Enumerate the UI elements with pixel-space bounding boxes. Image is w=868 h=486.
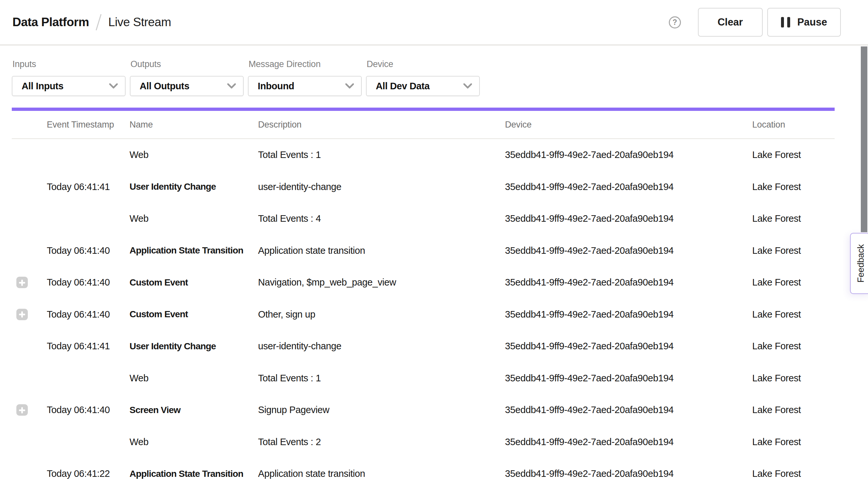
cell-device: 35eddb41-9ff9-49e2-7aed-20afa90eb194 [505, 341, 752, 352]
table-row[interactable]: Today 06:41:40 Custom Event Navigation, … [12, 267, 835, 299]
cell-location: Lake Forest [752, 213, 835, 224]
clear-button[interactable]: Clear [698, 8, 763, 37]
cell-description: Total Events : 1 [258, 373, 505, 384]
col-event-timestamp: Event Timestamp [47, 120, 129, 130]
help-icon[interactable]: ? [669, 17, 681, 28]
expand-button plus-icon[interactable] [17, 404, 28, 416]
chevron-down-icon [227, 83, 236, 89]
filter-outputs: Outputs All Outputs [130, 59, 244, 96]
expand-button plus-icon[interactable] [17, 277, 28, 288]
col-device: Device [505, 120, 752, 130]
cell-location: Lake Forest [752, 436, 835, 447]
table-row[interactable]: Today 06:41:22 Application State Transit… [12, 458, 835, 486]
cell-name: Custom Event [129, 277, 258, 288]
table-row[interactable]: Today 06:41:40 Custom Event Other, sign … [12, 299, 835, 331]
live-stream-progress-bar [12, 108, 835, 111]
cell-timestamp: Today 06:41:22 [47, 468, 129, 479]
table-header-row: Event Timestamp Name Description Device … [12, 111, 835, 139]
table-row[interactable]: Today 06:41:41 User Identity Change user… [12, 330, 835, 362]
table-row[interactable]: Web Total Events : 1 35eddb41-9ff9-49e2-… [12, 139, 835, 171]
pause-icon [781, 17, 790, 28]
cell-description: Other, sign up [258, 309, 505, 320]
filter-label: Message Direction [248, 59, 362, 69]
cell-description: Application state transition [258, 245, 505, 256]
cell-location: Lake Forest [752, 468, 835, 479]
table-row[interactable]: Web Total Events : 1 35eddb41-9ff9-49e2-… [12, 362, 835, 394]
cell-description: user-identity-change [258, 182, 505, 192]
table-row[interactable]: Today 06:41:40 Screen View Signup Pagevi… [12, 394, 835, 426]
filter-inputs: Inputs All Inputs [12, 59, 126, 96]
app-header: Data Platform Live Stream ? Clear Pause [0, 0, 868, 45]
table-body: Web Total Events : 1 35eddb41-9ff9-49e2-… [12, 139, 835, 486]
message-direction-select-value: Inbound [258, 81, 294, 92]
cell-device: 35eddb41-9ff9-49e2-7aed-20afa90eb194 [505, 436, 752, 447]
cell-device: 35eddb41-9ff9-49e2-7aed-20afa90eb194 [505, 149, 752, 160]
message-direction-select[interactable]: Inbound [248, 76, 362, 96]
table-row[interactable]: Today 06:41:40 Application State Transit… [12, 235, 835, 267]
chevron-down-icon [463, 83, 472, 89]
cell-device: 35eddb41-9ff9-49e2-7aed-20afa90eb194 [505, 277, 752, 288]
chevron-down-icon [109, 83, 118, 89]
device-select[interactable]: All Dev Data [366, 76, 480, 96]
cell-name: Application State Transition [129, 245, 258, 256]
cell-timestamp: Today 06:41:40 [47, 277, 129, 288]
cell-device: 35eddb41-9ff9-49e2-7aed-20afa90eb194 [505, 468, 752, 479]
pause-button-label: Pause [797, 17, 827, 28]
cell-location: Lake Forest [752, 182, 835, 192]
cell-name: Web [129, 149, 258, 160]
header-actions: ? Clear Pause [669, 8, 841, 37]
cell-description: Total Events : 4 [258, 213, 505, 224]
expand-button plus-icon[interactable] [17, 309, 28, 320]
scrollbar-thumb[interactable] [861, 47, 867, 232]
cell-device: 35eddb41-9ff9-49e2-7aed-20afa90eb194 [505, 213, 752, 224]
cell-timestamp: Today 06:41:40 [47, 309, 129, 320]
inputs-select-value: All Inputs [22, 81, 63, 92]
cell-name: Application State Transition [129, 469, 258, 479]
cell-description: Application state transition [258, 468, 505, 479]
cell-description: Navigation, $mp_web_page_view [258, 277, 505, 288]
expand-cell [12, 309, 47, 320]
outputs-select-value: All Outputs [140, 81, 189, 92]
cell-device: 35eddb41-9ff9-49e2-7aed-20afa90eb194 [505, 404, 752, 415]
cell-description: Total Events : 2 [258, 436, 505, 447]
filter-device: Device All Dev Data [366, 59, 480, 96]
feedback-tab-label: Feedback [856, 244, 866, 282]
cell-device: 35eddb41-9ff9-49e2-7aed-20afa90eb194 [505, 309, 752, 320]
table-row[interactable]: Today 06:41:41 User Identity Change user… [12, 171, 835, 203]
breadcrumb-live-stream: Live Stream [108, 16, 171, 29]
inputs-select[interactable]: All Inputs [12, 76, 126, 96]
cell-name: Web [129, 213, 258, 224]
pause-button[interactable]: Pause [767, 8, 841, 37]
cell-location: Lake Forest [752, 149, 835, 160]
cell-timestamp: Today 06:41:41 [47, 182, 129, 192]
filter-message-direction: Message Direction Inbound [248, 59, 362, 96]
cell-device: 35eddb41-9ff9-49e2-7aed-20afa90eb194 [505, 373, 752, 384]
outputs-select[interactable]: All Outputs [130, 76, 244, 96]
filters-bar: Inputs All Inputs Outputs All Outputs Me… [12, 45, 480, 96]
cell-description: user-identity-change [258, 341, 505, 352]
cell-timestamp: Today 06:41:40 [47, 404, 129, 415]
cell-location: Lake Forest [752, 341, 835, 352]
table-row[interactable]: Web Total Events : 4 35eddb41-9ff9-49e2-… [12, 203, 835, 235]
cell-name: Screen View [129, 405, 258, 415]
cell-name: User Identity Change [129, 341, 258, 352]
device-select-value: All Dev Data [376, 81, 429, 92]
breadcrumb-data-platform[interactable]: Data Platform [12, 16, 89, 29]
cell-description: Total Events : 1 [258, 149, 505, 160]
cell-location: Lake Forest [752, 277, 835, 288]
expand-cell [12, 277, 47, 288]
col-description: Description [258, 120, 505, 130]
col-name: Name [129, 120, 258, 130]
cell-description: Signup Pageview [258, 404, 505, 415]
events-table: Event Timestamp Name Description Device … [12, 111, 835, 486]
table-row[interactable]: Web Total Events : 2 35eddb41-9ff9-49e2-… [12, 426, 835, 458]
feedback-tab[interactable]: Feedback [850, 233, 868, 294]
cell-location: Lake Forest [752, 245, 835, 256]
clear-button-label: Clear [718, 17, 743, 28]
col-location: Location [752, 120, 835, 130]
cell-timestamp: Today 06:41:41 [47, 341, 129, 352]
cell-device: 35eddb41-9ff9-49e2-7aed-20afa90eb194 [505, 182, 752, 192]
breadcrumb-separator [96, 14, 102, 31]
filter-label: Outputs [130, 59, 244, 69]
cell-name: Custom Event [129, 309, 258, 320]
